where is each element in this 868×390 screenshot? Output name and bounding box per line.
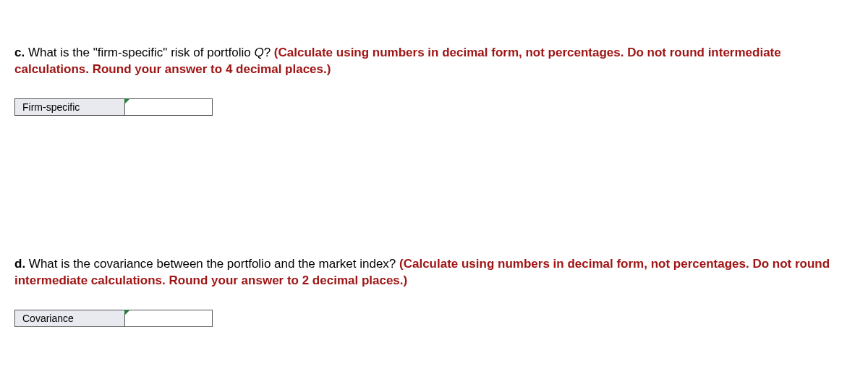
covariance-label: Covariance <box>15 310 125 326</box>
question-c-italic: Q <box>254 46 263 59</box>
question-d-part1: What is the covariance between the portf… <box>25 257 399 271</box>
firm-specific-label: Firm-specific <box>15 99 125 115</box>
question-c-marker: c. <box>14 46 25 59</box>
spacer <box>14 146 854 256</box>
firm-specific-input-wrap <box>125 99 212 115</box>
question-d-marker: d. <box>14 257 25 271</box>
firm-specific-input[interactable] <box>125 99 212 115</box>
corner-mark-icon <box>124 310 130 315</box>
covariance-input[interactable] <box>125 310 212 326</box>
question-c-part1: What is the "firm-specific" risk of port… <box>25 46 254 59</box>
covariance-input-wrap <box>125 310 212 326</box>
question-d-text: d. What is the covariance between the po… <box>14 256 854 289</box>
answer-row-d: Covariance <box>14 310 213 327</box>
corner-mark-icon <box>124 98 130 104</box>
question-c-text: c. What is the "firm-specific" risk of p… <box>14 45 854 78</box>
question-d-block: d. What is the covariance between the po… <box>14 256 854 327</box>
question-c-block: c. What is the "firm-specific" risk of p… <box>14 45 854 116</box>
question-c-part2: ? <box>264 46 274 59</box>
question-content: c. What is the "firm-specific" risk of p… <box>0 0 868 372</box>
answer-row-c: Firm-specific <box>14 98 213 116</box>
